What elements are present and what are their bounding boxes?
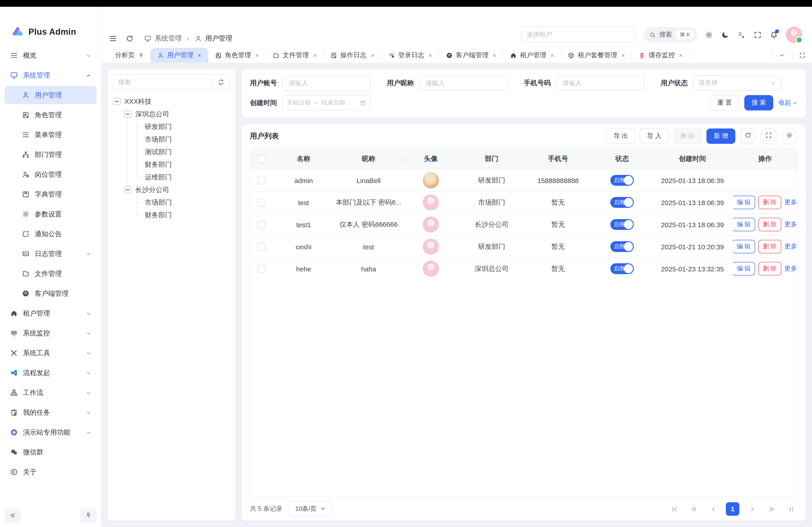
jump-forward-button[interactable] bbox=[765, 502, 778, 516]
sidebar-item-5[interactable]: 部门管理 bbox=[4, 146, 97, 164]
delete-row-button[interactable]: 删 除 bbox=[758, 262, 781, 275]
edit-button[interactable]: 编 辑 bbox=[733, 262, 755, 275]
edit-button[interactable]: 编 辑 bbox=[733, 218, 755, 231]
sidebar-item-8[interactable]: 参数设置 bbox=[4, 205, 97, 223]
breadcrumb-system[interactable]: 系统管理 bbox=[155, 34, 182, 43]
tabs-fullscreen-button[interactable] bbox=[792, 52, 812, 59]
sidebar-item-16[interactable]: 流程发起 bbox=[4, 364, 97, 382]
tab-4[interactable]: 操作日志 bbox=[324, 48, 381, 63]
nickname-input[interactable] bbox=[425, 79, 502, 87]
tree-node-dept[interactable]: 研发部门 bbox=[113, 120, 230, 133]
user-avatar[interactable] bbox=[786, 27, 802, 43]
table-settings-button[interactable] bbox=[781, 128, 798, 144]
tree-node-dept[interactable]: 运维部门 bbox=[113, 171, 230, 183]
tab-6[interactable]: 客户端管理 bbox=[439, 48, 504, 63]
tab-3[interactable]: 文件管理 bbox=[266, 48, 324, 63]
search-button[interactable]: 搜 索 bbox=[744, 95, 773, 110]
close-icon[interactable] bbox=[427, 52, 433, 58]
close-icon[interactable] bbox=[197, 52, 202, 58]
dark-mode-moon-icon[interactable] bbox=[721, 30, 729, 39]
sidebar-item-17[interactable]: 工作流 bbox=[4, 383, 97, 402]
close-icon[interactable] bbox=[370, 52, 375, 58]
tree-collapse-icon[interactable] bbox=[124, 110, 131, 118]
global-search-button[interactable]: 搜索 ⌘ K bbox=[643, 27, 697, 42]
sidebar-item-3[interactable]: 角色管理 bbox=[4, 106, 97, 124]
tabs-dropdown-button[interactable] bbox=[772, 52, 792, 59]
jump-back-button[interactable] bbox=[687, 502, 700, 516]
phone-input[interactable] bbox=[562, 79, 639, 87]
tenant-select-input[interactable]: 选择租户 bbox=[521, 27, 635, 43]
tree-node-company[interactable]: XXX科技 bbox=[113, 95, 230, 108]
sidebar-item-12[interactable]: 客户端管理 bbox=[4, 284, 97, 302]
status-toggle[interactable]: 启用 bbox=[610, 263, 634, 274]
delete-row-button[interactable]: 删 除 bbox=[758, 218, 781, 231]
sidebar-item-0[interactable]: 概览 bbox=[4, 46, 97, 64]
delete-row-button[interactable]: 删 除 bbox=[758, 240, 781, 253]
status-toggle[interactable]: 启用 bbox=[610, 175, 634, 186]
tab-2[interactable]: 角色管理 bbox=[208, 48, 266, 63]
table-fullscreen-button[interactable] bbox=[760, 128, 777, 144]
more-button[interactable]: 更多 bbox=[784, 240, 797, 253]
status-select[interactable]: 请选择 bbox=[693, 75, 782, 91]
last-page-button[interactable] bbox=[784, 502, 798, 516]
sidebar-item-7[interactable]: 字典管理 bbox=[4, 185, 97, 203]
next-page-button[interactable] bbox=[745, 502, 759, 516]
table-refresh-button[interactable] bbox=[740, 128, 756, 144]
tree-search-input[interactable] bbox=[114, 75, 212, 89]
tree-node-changsha[interactable]: 长沙分公司 bbox=[113, 183, 230, 196]
sidebar-item-2[interactable]: 用户管理 bbox=[4, 86, 97, 104]
sidebar-item-21[interactable]: 关于 bbox=[4, 463, 97, 481]
row-checkbox[interactable] bbox=[257, 177, 265, 184]
close-icon[interactable] bbox=[549, 52, 555, 58]
edit-button[interactable]: 编 辑 bbox=[733, 196, 755, 209]
sidebar-item-4[interactable]: 菜单管理 bbox=[4, 126, 97, 144]
page-size-select[interactable]: 10条/页 bbox=[289, 501, 332, 517]
close-icon[interactable] bbox=[312, 52, 317, 58]
sidebar-item-11[interactable]: 文件管理 bbox=[4, 265, 97, 283]
more-button[interactable]: 更多 bbox=[784, 196, 797, 209]
status-toggle[interactable]: 启用 bbox=[610, 219, 634, 230]
sidebar-item-10[interactable]: DEV日志管理 bbox=[4, 245, 97, 263]
close-icon[interactable] bbox=[678, 52, 683, 58]
tab-0[interactable]: 分析页 bbox=[109, 48, 150, 63]
tree-refresh-button[interactable] bbox=[212, 75, 230, 89]
reset-button[interactable]: 重 置 bbox=[710, 95, 739, 110]
close-icon[interactable] bbox=[492, 52, 497, 58]
translate-icon[interactable]: 文A bbox=[737, 30, 746, 39]
sidebar-item-20[interactable]: 微信群 bbox=[4, 443, 97, 461]
tree-node-dept[interactable]: 财务部门 bbox=[113, 158, 230, 171]
current-page-button[interactable]: 1 bbox=[726, 502, 739, 516]
sidebar-item-18[interactable]: 我的任务 bbox=[4, 404, 97, 422]
date-range-picker[interactable]: 开始日期 结束日期 bbox=[282, 95, 371, 110]
sidebar-item-19[interactable]: 演示站专用功能 bbox=[4, 423, 97, 441]
row-checkbox[interactable] bbox=[257, 265, 265, 272]
select-all-checkbox[interactable] bbox=[257, 155, 265, 163]
pin-icon[interactable] bbox=[138, 52, 144, 58]
sidebar-collapse-button[interactable] bbox=[4, 509, 21, 523]
delete-row-button[interactable]: 删 除 bbox=[758, 196, 781, 209]
tab-7[interactable]: 租户管理 bbox=[504, 48, 561, 63]
tree-node-dept[interactable]: 市场部门 bbox=[113, 196, 230, 209]
tree-node-shenzhen[interactable]: 深圳总公司 bbox=[113, 108, 230, 120]
refresh-icon[interactable] bbox=[126, 34, 134, 43]
sidebar-item-9[interactable]: 通知公告 bbox=[4, 225, 97, 243]
sidebar-pin-button[interactable] bbox=[80, 509, 97, 523]
tab-9[interactable]: redis缓存监控 bbox=[632, 48, 690, 63]
row-checkbox[interactable] bbox=[257, 243, 265, 251]
status-toggle[interactable]: 启用 bbox=[610, 197, 634, 208]
tree-node-dept[interactable]: 测试部门 bbox=[113, 146, 230, 158]
more-button[interactable]: 更多 bbox=[784, 262, 797, 275]
app-logo[interactable]: Plus Admin bbox=[0, 7, 101, 41]
close-icon[interactable] bbox=[254, 52, 260, 58]
tab-8[interactable]: 租户套餐管理 bbox=[561, 48, 632, 63]
breadcrumb-users[interactable]: 用户管理 bbox=[205, 34, 232, 43]
tree-node-dept[interactable]: 财务部门 bbox=[113, 209, 230, 221]
more-button[interactable]: 更多 bbox=[784, 218, 797, 231]
account-input[interactable] bbox=[288, 79, 365, 87]
settings-gear-icon[interactable] bbox=[705, 30, 713, 39]
tab-5[interactable]: 登录日志 bbox=[381, 48, 439, 63]
collapse-filters-link[interactable]: 收起 bbox=[779, 99, 798, 107]
first-page-button[interactable] bbox=[668, 502, 681, 516]
row-checkbox[interactable] bbox=[257, 199, 265, 206]
row-checkbox[interactable] bbox=[257, 221, 265, 228]
